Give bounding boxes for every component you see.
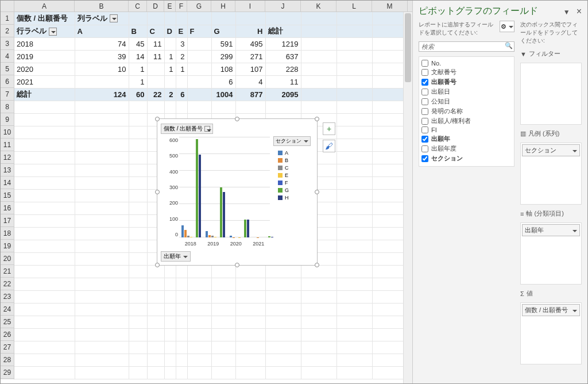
close-icon[interactable]: ×	[577, 6, 582, 16]
row-header-3[interactable]: 3	[1, 37, 14, 50]
axis-field-item[interactable]: 出願年	[522, 224, 580, 236]
pivot-row-label[interactable]: 行ラベル	[14, 25, 75, 37]
field-出願年度[interactable]: 出願年度	[421, 144, 512, 153]
field-文献番号[interactable]: 文献番号	[421, 67, 512, 77]
bar-2018-G[interactable]	[196, 139, 198, 237]
chart-title-field[interactable]: 個数 / 出願番号	[161, 124, 213, 134]
legend-field-dropdown[interactable]: セクション	[273, 136, 311, 146]
field-出願日[interactable]: 出願日	[421, 87, 512, 97]
field-出願人/権利者[interactable]: 出願人/権利者	[421, 116, 512, 126]
bar-2020-A[interactable]	[230, 236, 232, 237]
field-checkbox[interactable]	[421, 60, 428, 67]
bar-2018-E[interactable]	[190, 237, 192, 237]
bar-2021-H[interactable]	[271, 237, 273, 237]
col-header-C[interactable]: C	[129, 1, 147, 11]
chart-styles-button[interactable]: 🖌	[323, 140, 335, 152]
col-header-H[interactable]: H	[211, 1, 235, 11]
field-checkbox[interactable]	[421, 89, 428, 95]
select-all-corner[interactable]	[1, 1, 14, 11]
row-header-16[interactable]: 16	[1, 202, 14, 214]
search-input[interactable]	[419, 42, 504, 51]
col-header-M[interactable]: M	[372, 1, 408, 11]
legend-field-item[interactable]: セクション	[522, 144, 580, 156]
pivot-chart[interactable]: + 🖌 個数 / 出願番号 0100200300400500600 201820…	[157, 118, 318, 266]
field-checkbox[interactable]	[421, 98, 428, 105]
field-checkbox[interactable]	[421, 118, 428, 125]
chevron-down-icon[interactable]	[204, 126, 210, 132]
row-header-7[interactable]: 7	[1, 88, 14, 101]
col-header-A[interactable]: A	[14, 1, 75, 11]
row-header-25[interactable]: 25	[1, 316, 14, 328]
legend-drop-zone[interactable]: セクション	[520, 143, 582, 205]
row-header-1[interactable]: 1	[1, 12, 14, 25]
search-icon[interactable]: 🔍	[504, 42, 514, 51]
row-header-19[interactable]: 19	[1, 240, 14, 252]
pivot-col-label[interactable]: 列ラベル	[75, 12, 129, 25]
field-list[interactable]: No.文献番号出願番号出願日公知日発明の名称出願人/権利者FI出願年出願年度セク…	[419, 56, 514, 167]
field-checkbox[interactable]	[421, 108, 428, 115]
pivot-values-label[interactable]: 個数 / 出願番号	[14, 12, 75, 25]
chart-axis-field[interactable]: 出願年	[161, 251, 191, 262]
field-FI[interactable]: FI	[421, 126, 512, 134]
filter-drop-zone[interactable]	[520, 63, 582, 125]
bar-2018-A[interactable]	[181, 225, 184, 237]
bar-2020-G[interactable]	[244, 220, 246, 237]
bar-2019-A[interactable]	[206, 231, 208, 237]
row-header-29[interactable]: 29	[1, 366, 14, 379]
legend-item-F[interactable]: F	[278, 180, 311, 186]
row-header-12[interactable]: 12	[1, 151, 14, 164]
row-header-21[interactable]: 21	[1, 265, 14, 278]
legend-item-A[interactable]: A	[278, 150, 311, 156]
chart-legend[interactable]: セクション ABCEFGH	[271, 134, 314, 248]
field-出願年[interactable]: 出願年	[421, 134, 512, 144]
legend-item-E[interactable]: E	[278, 172, 311, 178]
row-header-9[interactable]: 9	[1, 113, 14, 126]
field-search[interactable]: 🔍	[419, 41, 514, 52]
col-header-I[interactable]: I	[235, 1, 265, 11]
row-header-14[interactable]: 14	[1, 176, 14, 189]
row-header-26[interactable]: 26	[1, 328, 14, 341]
row-header-10[interactable]: 10	[1, 126, 14, 139]
bar-2018-C[interactable]	[187, 236, 189, 237]
bar-2020-H[interactable]	[247, 220, 249, 237]
row-header-20[interactable]: 20	[1, 252, 14, 265]
row-header-4[interactable]: 4	[1, 50, 14, 63]
row-header-11[interactable]: 11	[1, 139, 14, 151]
field-No.[interactable]: No.	[421, 59, 512, 67]
bar-2019-H[interactable]	[223, 192, 225, 237]
row-dropdown[interactable]	[49, 28, 57, 36]
legend-item-C[interactable]: C	[278, 165, 311, 171]
values-field-item[interactable]: 個数 / 出願番号	[522, 304, 580, 316]
legend-item-H[interactable]: H	[278, 195, 311, 201]
bar-2019-E[interactable]	[214, 237, 216, 237]
axis-drop-zone[interactable]: 出願年	[520, 222, 582, 285]
row-header-8[interactable]: 8	[1, 101, 14, 113]
bar-2021-G[interactable]	[268, 236, 270, 237]
bar-2018-H[interactable]	[199, 155, 201, 237]
vertical-scrollbar[interactable]	[403, 12, 412, 383]
bar-2018-B[interactable]	[184, 230, 187, 237]
legend-item-B[interactable]: B	[278, 158, 311, 163]
bar-2019-B[interactable]	[208, 235, 211, 237]
row-header-6[interactable]: 6	[1, 75, 14, 88]
row-header-27[interactable]: 27	[1, 341, 14, 354]
row-header-28[interactable]: 28	[1, 354, 14, 366]
col-header-B[interactable]: B	[75, 1, 129, 11]
field-checkbox[interactable]	[421, 136, 428, 143]
row-header-18[interactable]: 18	[1, 227, 14, 240]
row-header-17[interactable]: 17	[1, 214, 14, 227]
field-出願番号[interactable]: 出願番号	[421, 77, 512, 87]
values-drop-zone[interactable]: 個数 / 出願番号	[520, 302, 582, 364]
row-header-15[interactable]: 15	[1, 189, 14, 202]
legend-item-G[interactable]: G	[278, 187, 311, 193]
row-header-23[interactable]: 23	[1, 290, 14, 303]
gear-button[interactable]: ⚙	[500, 21, 514, 32]
col-header-L[interactable]: L	[336, 1, 372, 11]
col-header-E[interactable]: E	[164, 1, 176, 11]
row-header-22[interactable]: 22	[1, 278, 14, 290]
field-checkbox[interactable]	[421, 79, 428, 86]
field-checkbox[interactable]	[421, 126, 428, 133]
field-公知日[interactable]: 公知日	[421, 97, 512, 106]
col-dropdown[interactable]	[110, 14, 118, 22]
panel-menu-icon[interactable]: ▼	[563, 8, 570, 16]
